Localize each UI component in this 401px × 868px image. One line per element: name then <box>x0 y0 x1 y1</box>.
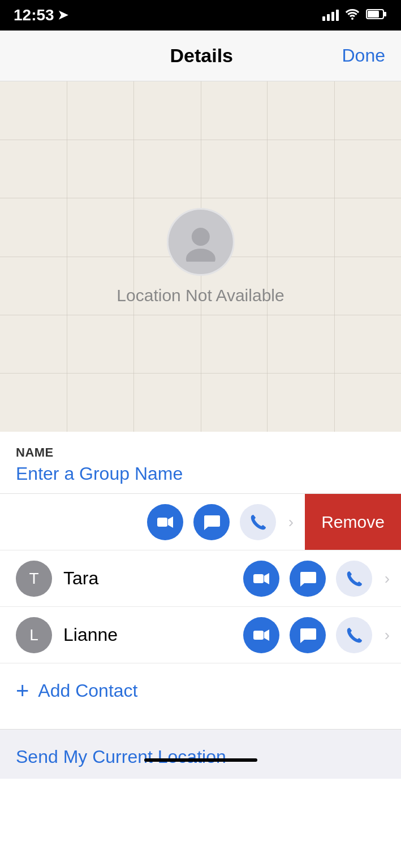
video-call-button-swiped[interactable] <box>147 504 183 540</box>
chevron-right-icon-swiped: › <box>288 513 294 531</box>
wifi-icon <box>344 7 360 23</box>
send-location-button[interactable]: Send My Current Location <box>16 747 226 767</box>
svg-point-4 <box>186 249 215 262</box>
contact-row-inner-lianne: L Lianne <box>0 607 401 663</box>
home-indicator <box>144 758 257 762</box>
contact-row-inner-tara: T Tara <box>0 550 401 606</box>
chevron-right-icon-tara: › <box>385 570 390 588</box>
chevron-right-icon-lianne: › <box>385 626 390 644</box>
nav-bar: Details Done <box>0 31 401 81</box>
phone-button-lianne[interactable] <box>336 617 372 653</box>
contact-row-inner-swiped: nai › <box>0 494 305 550</box>
video-call-button-tara[interactable] <box>243 561 279 597</box>
map-area: Location Not Available <box>0 81 401 432</box>
message-button-tara[interactable] <box>290 561 326 597</box>
phone-button-swiped[interactable] <box>240 504 276 540</box>
person-icon <box>180 222 220 262</box>
message-icon <box>203 514 220 530</box>
svg-rect-1 <box>368 11 379 18</box>
time-display: 12:53 <box>14 6 54 24</box>
svg-rect-7 <box>253 574 264 583</box>
contact-actions-swiped: › <box>147 504 294 540</box>
status-bar: 12:53 ➤ <box>0 0 401 31</box>
video-icon-tara <box>253 572 270 585</box>
message-button-swiped[interactable] <box>193 504 230 540</box>
battery-icon <box>366 8 387 23</box>
signal-icon <box>322 10 339 21</box>
contact-row-swiped: nai › <box>0 494 401 550</box>
bottom-area: Send My Current Location <box>0 729 401 779</box>
contact-actions-lianne: › <box>243 617 390 653</box>
add-contact-row[interactable]: + Add Contact <box>0 663 401 718</box>
content-area: NAME Enter a Group Name nai <box>0 432 401 729</box>
phone-icon <box>250 514 266 530</box>
name-section: NAME Enter a Group Name <box>0 432 401 494</box>
message-button-lianne[interactable] <box>290 617 326 653</box>
avatar-placeholder <box>166 208 234 276</box>
video-call-button-lianne[interactable] <box>243 617 279 653</box>
avatar-lianne: L <box>16 617 52 653</box>
location-unavailable-text: Location Not Available <box>117 286 284 305</box>
done-button[interactable]: Done <box>342 45 386 66</box>
message-icon-tara <box>299 571 316 587</box>
svg-point-3 <box>191 228 209 246</box>
remove-button[interactable]: Remove <box>305 494 401 550</box>
phone-button-tara[interactable] <box>336 561 372 597</box>
svg-rect-5 <box>157 518 167 527</box>
group-name-input[interactable]: Enter a Group Name <box>16 463 385 484</box>
contact-name-lianne: Lianne <box>63 624 243 645</box>
add-plus-icon: + <box>16 679 29 702</box>
svg-marker-10 <box>264 630 269 641</box>
svg-marker-6 <box>168 517 173 528</box>
location-arrow-icon: ➤ <box>58 8 68 23</box>
svg-rect-9 <box>253 631 264 640</box>
add-contact-label: Add Contact <box>38 680 137 701</box>
location-unavailable-container: Location Not Available <box>117 208 284 305</box>
video-icon <box>157 516 174 528</box>
contact-actions-tara: › <box>243 561 390 597</box>
contact-row-tara: T Tara <box>0 550 401 607</box>
svg-rect-2 <box>384 12 386 16</box>
contact-row-lianne: L Lianne <box>0 607 401 663</box>
avatar-tara: T <box>16 561 52 597</box>
phone-icon-lianne <box>346 627 362 643</box>
nav-title: Details <box>170 45 234 67</box>
status-left: 12:53 ➤ <box>14 6 68 24</box>
video-icon-lianne <box>253 629 270 641</box>
svg-marker-8 <box>264 573 269 584</box>
status-right <box>322 7 387 23</box>
message-icon-lianne <box>299 627 316 643</box>
phone-icon-tara <box>346 571 362 587</box>
contact-name-tara: Tara <box>63 568 243 589</box>
name-label: NAME <box>16 445 385 460</box>
